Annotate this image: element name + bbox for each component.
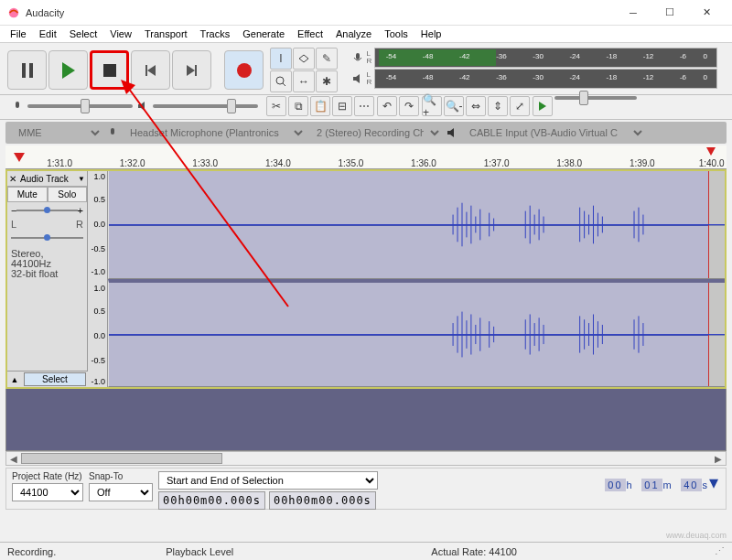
device-toolbar: MME Headset Microphone (Plantronics 2 (S…: [5, 122, 727, 144]
waveform-area[interactable]: 1.0 0.5 0.0 -0.5 -1.0 1.0 0.5 0.0 -0.5 -…: [88, 171, 725, 387]
vscale-label: 1.0: [93, 172, 105, 181]
selection-mode-select[interactable]: Start and End of Selection: [158, 471, 378, 490]
skip-end-button[interactable]: [172, 50, 211, 90]
audio-position-display[interactable]: 00h 01m 40s▾: [604, 471, 720, 493]
selection-end-display[interactable]: 00h00m00.000s: [269, 491, 376, 510]
meter-tick: -42: [459, 73, 470, 81]
audio-host-select[interactable]: MME: [11, 124, 102, 141]
draw-tool[interactable]: ✎: [316, 48, 338, 70]
recording-meter[interactable]: -54 -48 -42 -36 -30 -24 -18 -12 -6 0: [374, 48, 717, 68]
track-close-icon[interactable]: ✕: [9, 174, 20, 184]
resize-grip-icon[interactable]: ⋰: [715, 545, 725, 557]
timeshift-tool[interactable]: ↔: [293, 70, 315, 92]
menu-tracks[interactable]: Tracks: [194, 27, 237, 41]
meter-tick: -12: [643, 73, 654, 81]
paste-button[interactable]: 📋: [310, 96, 330, 116]
undo-button[interactable]: ↶: [377, 96, 397, 116]
vscale-label: 0.0: [93, 220, 105, 229]
record-button[interactable]: [224, 50, 264, 90]
mixer-toolbar: [5, 96, 264, 116]
waveform-right-channel[interactable]: [108, 279, 725, 387]
fit-project-button[interactable]: ⇕: [488, 96, 508, 116]
scrollbar-thumb[interactable]: [21, 453, 222, 464]
selection-tool[interactable]: I: [270, 48, 292, 70]
scroll-right-icon[interactable]: ▶: [711, 454, 726, 464]
playback-device-select[interactable]: CABLE Input (VB-Audio Virtual C: [462, 124, 645, 141]
pause-button[interactable]: [7, 50, 47, 90]
app-logo-icon: [7, 6, 20, 19]
pan-slider[interactable]: [7, 230, 87, 246]
collapse-icon[interactable]: ▲: [7, 375, 22, 384]
recording-device-select[interactable]: Headset Microphone (Plantronics: [123, 124, 306, 141]
recording-channels-select[interactable]: 2 (Stereo) Recording Chann: [309, 124, 442, 141]
zoom-tool[interactable]: [270, 70, 292, 92]
multi-tool[interactable]: ✱: [316, 70, 338, 92]
scroll-left-icon[interactable]: ◀: [6, 454, 21, 464]
record-head-marker: [706, 147, 716, 156]
fit-selection-button[interactable]: ⇔: [466, 96, 486, 116]
menu-help[interactable]: Help: [414, 27, 448, 41]
menu-effect[interactable]: Effect: [291, 27, 329, 41]
skip-start-icon: [145, 65, 156, 76]
cut-button[interactable]: ✂: [266, 96, 286, 116]
menu-generate[interactable]: Generate: [236, 27, 291, 41]
vscale-label: -0.5: [91, 244, 105, 253]
meter-tick: -54: [386, 73, 397, 81]
pause-icon: [22, 63, 33, 78]
play-at-speed-button[interactable]: [533, 96, 553, 116]
play-speed-slider[interactable]: [554, 96, 637, 100]
copy-button[interactable]: ⧉: [288, 96, 308, 116]
meter-tick: 0: [703, 52, 706, 60]
menu-transport[interactable]: Transport: [138, 27, 194, 41]
skip-end-icon: [187, 65, 197, 76]
meter-tick: -18: [607, 73, 618, 81]
timeline-ruler[interactable]: 1:31.0 1:32.0 1:33.0 1:34.0 1:35.0 1:36.…: [5, 145, 727, 169]
snap-to-select[interactable]: Off: [89, 483, 153, 501]
empty-tracks-area[interactable]: [5, 389, 727, 451]
selection-start-display[interactable]: 00h00m00.000s: [158, 491, 265, 510]
meter-tick: -24: [569, 52, 580, 60]
play-button[interactable]: [48, 50, 88, 90]
track-header[interactable]: ✕ Audio Track ▼: [7, 171, 87, 187]
menu-tools[interactable]: Tools: [378, 27, 414, 41]
zoom-in-button[interactable]: 🔍+: [422, 96, 442, 116]
mute-button[interactable]: Mute: [7, 187, 48, 202]
zoom-toggle-button[interactable]: ⤢: [510, 96, 530, 116]
playback-volume-slider[interactable]: [153, 104, 258, 108]
play-icon: [62, 62, 75, 79]
status-bar: Recording. Playback Level Actual Rate: 4…: [0, 542, 732, 560]
minimize-button[interactable]: ─: [615, 0, 651, 26]
menu-select[interactable]: Select: [63, 27, 104, 41]
close-button[interactable]: ✕: [688, 0, 725, 26]
meter-tick: -18: [607, 52, 618, 60]
skip-start-button[interactable]: [131, 50, 170, 90]
menu-edit[interactable]: Edit: [33, 27, 63, 41]
menu-analyze[interactable]: Analyze: [329, 27, 378, 41]
redo-button[interactable]: ↷: [399, 96, 419, 116]
gain-slider[interactable]: − +: [7, 202, 87, 219]
track-select-button[interactable]: Select: [24, 372, 86, 386]
stop-button[interactable]: [90, 50, 129, 90]
track-name: Audio Track: [20, 174, 78, 184]
menu-view[interactable]: View: [103, 27, 138, 41]
playback-meter[interactable]: -54 -48 -42 -36 -30 -24 -18 -12 -6 0: [374, 69, 717, 89]
svg-rect-4: [16, 102, 19, 108]
zoom-out-button[interactable]: 🔍-: [444, 96, 464, 116]
maximize-button[interactable]: ☐: [651, 0, 688, 26]
silence-button[interactable]: ⋯: [354, 96, 374, 116]
envelope-icon: [297, 52, 310, 65]
recording-volume-slider[interactable]: [27, 104, 133, 108]
horizontal-scrollbar[interactable]: ◀ ▶: [5, 451, 727, 466]
solo-button[interactable]: Solo: [48, 187, 88, 202]
track-menu-icon[interactable]: ▼: [78, 175, 85, 183]
project-rate-select[interactable]: 44100: [12, 483, 83, 501]
menubar: File Edit Select View Transport Tracks G…: [0, 26, 732, 43]
ruler-tick: 1:34.0: [265, 158, 291, 168]
waveform-left-channel[interactable]: [108, 171, 725, 279]
ruler-tick: 1:32.0: [120, 158, 145, 168]
menu-file[interactable]: File: [4, 27, 33, 41]
project-rate-label: Project Rate (Hz): [12, 471, 83, 481]
envelope-tool[interactable]: [293, 48, 315, 70]
meter-tick: -30: [533, 52, 544, 60]
trim-button[interactable]: ⊟: [332, 96, 352, 116]
